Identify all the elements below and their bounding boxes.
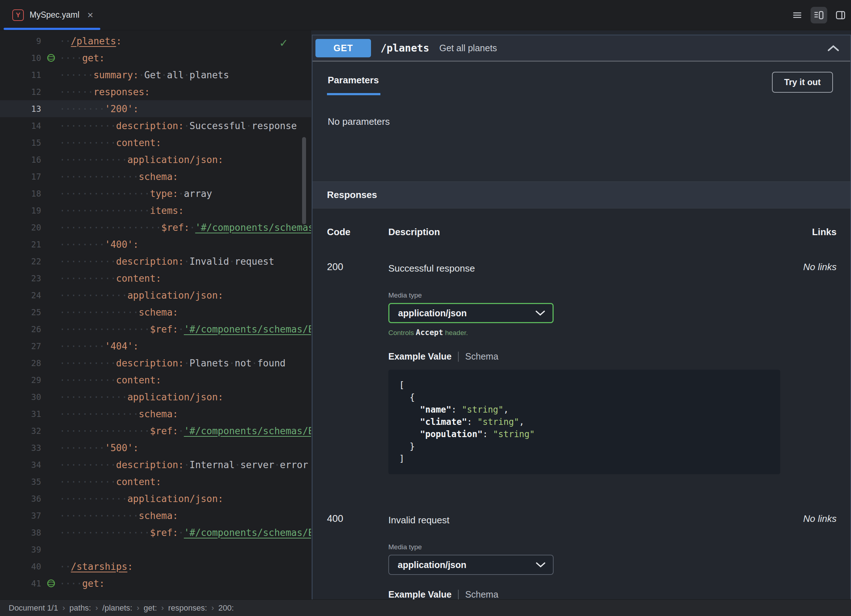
- editor-line[interactable]: 14··········description:·Successful·resp…: [0, 117, 311, 134]
- line-number[interactable]: 9: [0, 36, 42, 46]
- close-tab-icon[interactable]: ×: [87, 10, 93, 20]
- line-number[interactable]: 27: [0, 342, 42, 351]
- line-number[interactable]: 38: [0, 528, 42, 537]
- line-number[interactable]: 37: [0, 511, 42, 520]
- line-number[interactable]: 16: [0, 155, 42, 165]
- line-number[interactable]: 19: [0, 206, 42, 215]
- column-header-code: Code: [327, 208, 388, 241]
- chevron-up-icon[interactable]: [827, 44, 839, 52]
- editor-line[interactable]: 26················$ref:·'#/components/sc…: [0, 321, 311, 337]
- editor-line[interactable]: 29··········content:: [0, 372, 311, 388]
- line-number[interactable]: 18: [0, 189, 42, 198]
- menu-icon[interactable]: [789, 7, 806, 24]
- editor-line[interactable]: 17··············schema:: [0, 168, 311, 185]
- line-number[interactable]: 15: [0, 138, 42, 147]
- editor-line[interactable]: 36············application/json:: [0, 490, 311, 507]
- line-number[interactable]: 14: [0, 121, 42, 130]
- line-number[interactable]: 30: [0, 393, 42, 402]
- line-number[interactable]: 13: [0, 104, 42, 114]
- editor-scrollbar[interactable]: [302, 137, 306, 224]
- editor-line[interactable]: 23··········content:: [0, 270, 311, 287]
- editor-line[interactable]: 31··············schema:: [0, 405, 311, 422]
- schema-tab[interactable]: Schema: [465, 351, 498, 362]
- controls-accept-note: Controls Accept header.: [388, 328, 782, 337]
- line-number[interactable]: 17: [0, 172, 42, 181]
- line-number[interactable]: 29: [0, 375, 42, 385]
- line-number[interactable]: 39: [0, 545, 42, 555]
- editor-line[interactable]: 19················items:: [0, 202, 311, 219]
- endpoint-gutter-icon[interactable]: [42, 579, 60, 588]
- breadcrumb-item[interactable]: Document 1/1: [9, 603, 58, 613]
- editor-line[interactable]: 38················$ref:·'#/components/sc…: [0, 524, 311, 541]
- line-number[interactable]: 26: [0, 325, 42, 334]
- editor-line[interactable]: 40··/starships:: [0, 558, 311, 575]
- line-number[interactable]: 23: [0, 274, 42, 283]
- window-layout-icon[interactable]: [832, 7, 849, 24]
- line-number[interactable]: 32: [0, 426, 42, 436]
- editor-line[interactable]: 27········'404':: [0, 337, 311, 355]
- editor-line[interactable]: 33········'500':: [0, 439, 311, 456]
- editor-line[interactable]: 37··············schema:: [0, 507, 311, 524]
- editor-code: 9··/planets:10····get:11······summary:·G…: [0, 33, 311, 592]
- endpoint-gutter-icon[interactable]: [42, 53, 60, 63]
- editor-preview-toggle-icon[interactable]: [810, 7, 827, 24]
- line-number[interactable]: 25: [0, 308, 42, 317]
- breadcrumb-item[interactable]: responses:: [168, 603, 207, 613]
- editor-line[interactable]: 41····get:: [0, 575, 311, 592]
- media-type-select[interactable]: application/json: [388, 303, 553, 323]
- line-number[interactable]: 22: [0, 257, 42, 266]
- line-number[interactable]: 36: [0, 494, 42, 504]
- editor-line[interactable]: 12······responses:: [0, 83, 311, 100]
- editor-line[interactable]: 13········'200':: [0, 100, 311, 117]
- code-text: ····get:: [60, 52, 105, 63]
- breadcrumb-item[interactable]: paths:: [69, 603, 91, 613]
- code-editor: 9··/planets:10····get:11······summary:·G…: [0, 30, 311, 600]
- line-number[interactable]: 28: [0, 358, 42, 368]
- line-number[interactable]: 21: [0, 240, 42, 249]
- example-value-tab[interactable]: Example Value: [388, 589, 451, 600]
- tab-myspec-yaml[interactable]: Y MySpec.yaml ×: [0, 0, 104, 30]
- line-number[interactable]: 34: [0, 460, 42, 469]
- code-text: ··················$ref:·'#/components/sc…: [60, 222, 311, 233]
- editor-line[interactable]: 11······summary:·Get·all·planets: [0, 66, 311, 83]
- inspection-ok-icon[interactable]: ✓: [280, 35, 287, 50]
- editor-line[interactable]: 35··········content:: [0, 473, 311, 490]
- example-value-tab[interactable]: Example Value: [388, 351, 451, 362]
- schema-tab[interactable]: Schema: [465, 589, 498, 600]
- breadcrumb-item[interactable]: /planets:: [102, 603, 132, 613]
- breadcrumb-item[interactable]: 200:: [218, 603, 234, 613]
- line-number[interactable]: 33: [0, 443, 42, 453]
- editor-line[interactable]: 10····get:: [0, 49, 311, 66]
- editor-line[interactable]: 18················type:·array: [0, 185, 311, 202]
- line-number[interactable]: 41: [0, 579, 42, 588]
- editor-line[interactable]: 9··/planets:: [0, 33, 311, 49]
- breadcrumb-item[interactable]: get:: [144, 603, 157, 613]
- editor-line[interactable]: 30············application/json:: [0, 388, 311, 405]
- line-number[interactable]: 24: [0, 291, 42, 300]
- editor-line[interactable]: 39: [0, 541, 311, 558]
- editor-line[interactable]: 24············application/json:: [0, 287, 311, 304]
- media-type-select[interactable]: application/json: [388, 555, 553, 575]
- responses-section-header: Responses: [313, 181, 850, 208]
- line-number[interactable]: 10: [0, 53, 42, 63]
- line-number[interactable]: 40: [0, 562, 42, 571]
- tabbar-actions: [789, 7, 851, 24]
- line-number[interactable]: 31: [0, 409, 42, 419]
- editor-line[interactable]: 25··············schema:: [0, 304, 311, 321]
- editor-line[interactable]: 20··················$ref:·'#/components/…: [0, 219, 311, 236]
- editor-line[interactable]: 21········'400':: [0, 236, 311, 253]
- line-number[interactable]: 12: [0, 87, 42, 97]
- code-text: ··/starships:: [60, 561, 133, 572]
- editor-line[interactable]: 16············application/json:: [0, 151, 311, 168]
- media-type-label: Media type: [388, 291, 782, 299]
- line-number[interactable]: 11: [0, 70, 42, 80]
- editor-line[interactable]: 32················$ref:·'#/components/sc…: [0, 422, 311, 439]
- line-number[interactable]: 35: [0, 477, 42, 487]
- editor-line[interactable]: 34··········description:·Internal·server…: [0, 456, 311, 473]
- try-it-out-button[interactable]: Try it out: [772, 72, 833, 93]
- editor-line[interactable]: 28··········description:·Planets·not·fou…: [0, 355, 311, 372]
- line-number[interactable]: 20: [0, 223, 42, 232]
- editor-line[interactable]: 22··········description:·Invalid·request: [0, 253, 311, 270]
- opblock-summary[interactable]: GET /planets Get all planets: [313, 35, 850, 61]
- editor-line[interactable]: 15··········content:: [0, 134, 311, 151]
